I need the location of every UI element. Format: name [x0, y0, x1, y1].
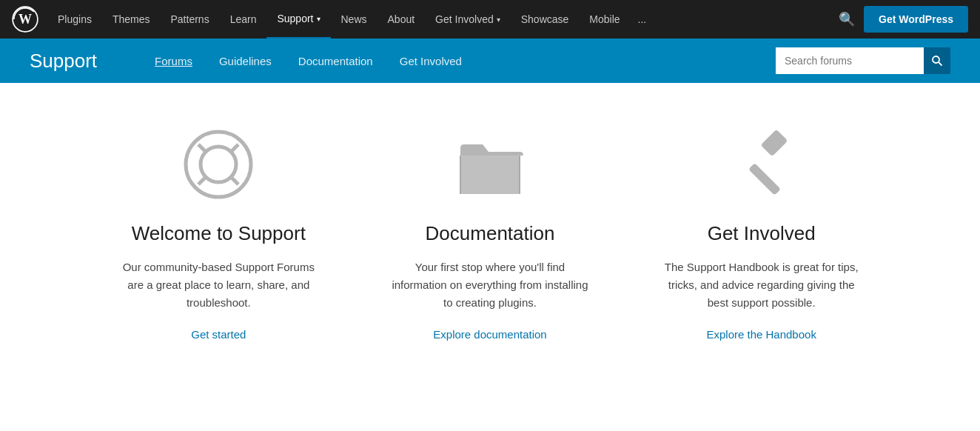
- svg-text:W: W: [19, 12, 32, 27]
- welcome-description: Our community-based Support Forums are a…: [115, 258, 322, 312]
- search-button[interactable]: [924, 47, 950, 74]
- hammer-icon: [725, 127, 799, 201]
- support-nav-get-involved[interactable]: Get Involved: [386, 39, 475, 83]
- svg-rect-14: [760, 130, 788, 157]
- nav-plugins[interactable]: Plugins: [47, 0, 102, 39]
- welcome-title: Welcome to Support: [132, 222, 306, 245]
- svg-rect-10: [460, 156, 520, 194]
- documentation-link[interactable]: Explore documentation: [433, 328, 546, 341]
- nav-showcase[interactable]: Showcase: [511, 0, 580, 39]
- documentation-title: Documentation: [426, 222, 555, 245]
- svg-line-9: [231, 177, 238, 184]
- cards-container: Welcome to Support Our community-based S…: [83, 127, 897, 341]
- support-page-title: Support: [30, 50, 97, 73]
- svg-point-2: [933, 56, 939, 63]
- welcome-link[interactable]: Get started: [191, 328, 246, 341]
- wordpress-logo[interactable]: W: [12, 6, 38, 33]
- svg-point-5: [201, 147, 236, 182]
- svg-line-8: [198, 177, 206, 184]
- nav-mobile[interactable]: Mobile: [579, 0, 630, 39]
- get-wordpress-button[interactable]: Get WordPress: [864, 6, 968, 33]
- nav-search-icon[interactable]: 🔍: [830, 11, 864, 27]
- get-involved-title: Get Involved: [708, 222, 816, 245]
- support-nav-documentation[interactable]: Documentation: [285, 39, 386, 83]
- top-navigation: W Plugins Themes Patterns Learn Support …: [0, 0, 980, 39]
- get-involved-link[interactable]: Explore the Handbook: [706, 328, 816, 341]
- folder-icon: [453, 127, 527, 201]
- search-form: [776, 47, 950, 74]
- get-involved-description: The Support Handbook is great for tips, …: [658, 258, 865, 312]
- search-icon: [931, 55, 943, 67]
- svg-line-6: [198, 144, 206, 152]
- nav-learn[interactable]: Learn: [220, 0, 267, 39]
- support-nav-guidelines[interactable]: Guidelines: [206, 39, 285, 83]
- nav-patterns[interactable]: Patterns: [161, 0, 220, 39]
- support-nav-links: Forums Guidelines Documentation Get Invo…: [141, 39, 776, 83]
- nav-themes[interactable]: Themes: [102, 0, 161, 39]
- svg-point-4: [186, 132, 251, 197]
- documentation-description: Your first stop where you'll find inform…: [386, 258, 594, 312]
- get-involved-chevron: ▾: [497, 16, 500, 24]
- support-subnavigation: Support Forums Guidelines Documentation …: [0, 39, 980, 83]
- svg-rect-13: [748, 163, 781, 196]
- documentation-card: Documentation Your first stop where you'…: [355, 127, 626, 341]
- nav-news[interactable]: News: [331, 0, 377, 39]
- search-input[interactable]: [776, 47, 924, 74]
- lifering-icon: [181, 127, 255, 201]
- support-nav-forums[interactable]: Forums: [141, 39, 206, 83]
- nav-get-involved[interactable]: Get Involved ▾: [425, 0, 511, 39]
- nav-more-dots[interactable]: ...: [631, 13, 654, 25]
- svg-line-7: [231, 144, 238, 152]
- support-chevron: ▾: [317, 15, 320, 23]
- nav-links: Plugins Themes Patterns Learn Support ▾ …: [47, 0, 830, 39]
- main-content: Welcome to Support Our community-based S…: [0, 83, 980, 400]
- nav-support[interactable]: Support ▾: [266, 0, 330, 39]
- get-involved-card: Get Involved The Support Handbook is gre…: [625, 127, 897, 341]
- nav-about[interactable]: About: [377, 0, 426, 39]
- svg-line-3: [939, 62, 942, 66]
- welcome-card: Welcome to Support Our community-based S…: [83, 127, 355, 341]
